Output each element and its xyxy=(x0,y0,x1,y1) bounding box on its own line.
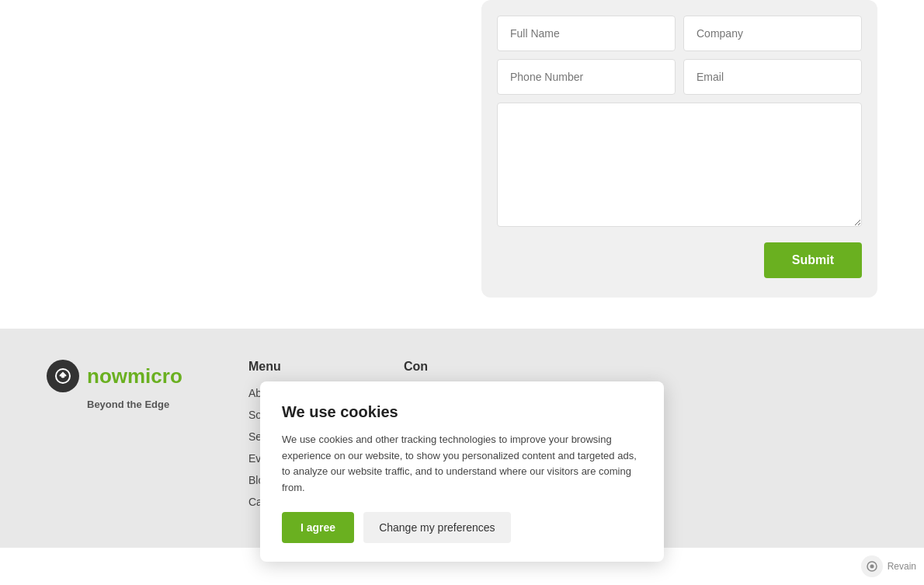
agree-button[interactable]: I agree xyxy=(282,512,354,543)
cookie-buttons: I agree Change my preferences xyxy=(282,512,642,543)
contact-title: Con xyxy=(404,360,544,374)
full-name-input[interactable] xyxy=(497,16,676,51)
logo-text: nowmicro xyxy=(87,364,182,388)
phone-input[interactable] xyxy=(497,59,676,95)
submit-row: Submit xyxy=(497,235,862,282)
logo-now: now xyxy=(87,364,127,388)
logo-icon xyxy=(47,360,79,392)
menu-title: Menu xyxy=(248,360,357,374)
cookie-description: We use cookies and other tracking techno… xyxy=(282,432,642,496)
revain-label: Revain xyxy=(888,561,916,572)
svg-point-1 xyxy=(61,374,65,378)
logo-micro: micro xyxy=(127,364,182,388)
message-textarea[interactable] xyxy=(497,103,862,227)
revain-icon xyxy=(861,555,883,577)
form-section: Submit xyxy=(0,0,924,329)
change-preferences-button[interactable]: Change my preferences xyxy=(363,512,510,543)
form-row-1 xyxy=(497,16,862,51)
svg-point-3 xyxy=(870,565,874,569)
footer-logo-section: nowmicro Beyond the Edge xyxy=(47,360,202,410)
company-input[interactable] xyxy=(683,16,862,51)
logo-tagline: Beyond the Edge xyxy=(87,399,202,410)
cookie-title: We use cookies xyxy=(282,403,642,421)
contact-form-card: Submit xyxy=(481,0,877,298)
submit-button[interactable]: Submit xyxy=(764,242,862,278)
cookie-banner: We use cookies We use cookies and other … xyxy=(260,381,664,562)
email-input[interactable] xyxy=(683,59,862,95)
form-row-2 xyxy=(497,59,862,95)
revain-badge: Revain xyxy=(861,555,916,577)
logo-container: nowmicro xyxy=(47,360,202,392)
